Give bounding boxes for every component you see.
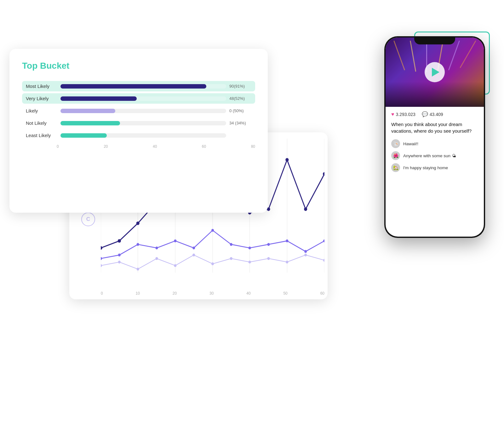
svg-point-19 bbox=[323, 172, 324, 176]
svg-point-43 bbox=[286, 261, 288, 263]
answer-row-1: 🐚 Hawaii!! bbox=[391, 139, 478, 148]
svg-point-29 bbox=[267, 243, 270, 246]
svg-point-25 bbox=[192, 246, 195, 249]
comments-count: 43.409 bbox=[430, 112, 443, 117]
poll-question: When you think about your dream vacation… bbox=[391, 121, 478, 134]
x-label-0: 0 bbox=[101, 291, 103, 296]
bar-row-not-likely: Not Likely 34 (34%) bbox=[22, 118, 255, 128]
bar-label-least-likely: Least Likely bbox=[26, 133, 60, 138]
axis-label-80: 80 bbox=[251, 144, 255, 149]
svg-point-33 bbox=[101, 264, 102, 267]
answer-text-1: Hawaii!! bbox=[403, 141, 418, 146]
svg-point-30 bbox=[286, 239, 288, 242]
heart-icon: ♥ bbox=[391, 112, 394, 117]
svg-point-31 bbox=[304, 250, 307, 253]
x-label-40: 40 bbox=[246, 291, 250, 296]
svg-point-39 bbox=[211, 262, 214, 265]
bar-row-most-likely: Most Likely 90(91%) bbox=[22, 81, 255, 91]
x-label-30: 30 bbox=[209, 291, 214, 296]
likes-count: 3.293.023 bbox=[396, 112, 415, 117]
svg-point-27 bbox=[230, 243, 232, 246]
svg-point-17 bbox=[285, 158, 289, 162]
svg-point-23 bbox=[155, 246, 158, 249]
avatar-1: 🐚 bbox=[391, 139, 400, 148]
svg-point-8 bbox=[118, 239, 121, 243]
scene: Top Bucket Most Likely 90(91%) Very Like… bbox=[0, 0, 504, 426]
svg-point-42 bbox=[267, 257, 270, 260]
svg-point-34 bbox=[118, 261, 121, 263]
bar-chart-title: Top Bucket bbox=[22, 61, 255, 71]
svg-point-45 bbox=[323, 259, 324, 262]
x-label-60: 60 bbox=[320, 291, 324, 296]
bar-label-very-likely: Very Likely bbox=[26, 96, 60, 101]
svg-point-44 bbox=[304, 254, 307, 256]
axis-label-40: 40 bbox=[153, 144, 157, 149]
phone-notch bbox=[414, 36, 455, 44]
legend-c: C bbox=[81, 212, 95, 226]
avatar-2: 🌺 bbox=[391, 151, 400, 160]
bar-value-most-likely: 90(91%) bbox=[229, 84, 251, 89]
concert-video-thumbnail[interactable] bbox=[386, 37, 484, 107]
bar-row-likely: Likely 0 (50%) bbox=[22, 106, 255, 116]
svg-point-9 bbox=[136, 222, 140, 225]
bar-label-likely: Likely bbox=[26, 108, 60, 113]
svg-point-21 bbox=[118, 254, 121, 256]
comments-stat: 💬 43.409 bbox=[422, 111, 443, 117]
svg-point-41 bbox=[249, 261, 251, 263]
answer-row-3: 🏡 I'm happy staying home bbox=[391, 163, 478, 172]
phone-outer: ♥ 3.293.023 💬 43.409 When you think abou… bbox=[384, 36, 485, 238]
comment-icon: 💬 bbox=[422, 111, 428, 117]
phone-stats: ♥ 3.293.023 💬 43.409 bbox=[391, 111, 478, 117]
svg-point-40 bbox=[230, 257, 232, 260]
bar-row-very-likely: Very Likely 48(52%) bbox=[22, 93, 255, 104]
x-label-50: 50 bbox=[283, 291, 287, 296]
svg-point-20 bbox=[101, 257, 102, 260]
likes-stat: ♥ 3.293.023 bbox=[391, 112, 415, 117]
bar-label-not-likely: Not Likely bbox=[26, 120, 60, 126]
svg-point-37 bbox=[174, 264, 176, 267]
phone-mockup: ♥ 3.293.023 💬 43.409 When you think abou… bbox=[384, 36, 485, 238]
bar-row-least-likely: Least Likely bbox=[22, 130, 255, 141]
axis-label-60: 60 bbox=[202, 144, 206, 149]
x-label-20: 20 bbox=[173, 291, 177, 296]
answer-text-2: Anywhere with some sun 🌤 bbox=[403, 153, 456, 158]
x-label-10: 10 bbox=[136, 291, 140, 296]
svg-point-7 bbox=[101, 246, 102, 250]
bar-label-most-likely: Most Likely bbox=[26, 83, 60, 89]
svg-point-18 bbox=[304, 207, 307, 211]
phone-content: ♥ 3.293.023 💬 43.409 When you think abou… bbox=[386, 107, 484, 180]
bar-value-not-likely: 34 (34%) bbox=[229, 121, 251, 125]
avatar-3: 🏡 bbox=[391, 163, 400, 172]
bar-value-likely: 0 (50%) bbox=[229, 108, 251, 113]
bar-chart-card: Top Bucket Most Likely 90(91%) Very Like… bbox=[9, 49, 268, 213]
svg-point-38 bbox=[192, 254, 195, 256]
svg-point-36 bbox=[155, 257, 158, 260]
line-chart-x-axis: 0 10 20 30 40 50 60 bbox=[101, 291, 324, 296]
svg-point-28 bbox=[249, 246, 251, 249]
bar-value-very-likely: 48(52%) bbox=[229, 96, 251, 101]
answer-text-3: I'm happy staying home bbox=[403, 165, 448, 170]
svg-point-22 bbox=[137, 243, 139, 246]
svg-point-24 bbox=[174, 239, 176, 242]
play-button[interactable] bbox=[425, 62, 445, 82]
axis-label-20: 20 bbox=[104, 144, 108, 149]
svg-point-26 bbox=[211, 229, 214, 232]
axis-label-0: 0 bbox=[57, 144, 59, 149]
svg-point-35 bbox=[137, 268, 139, 271]
phone-screen: ♥ 3.293.023 💬 43.409 When you think abou… bbox=[386, 37, 484, 237]
answer-row-2: 🌺 Anywhere with some sun 🌤 bbox=[391, 151, 478, 160]
